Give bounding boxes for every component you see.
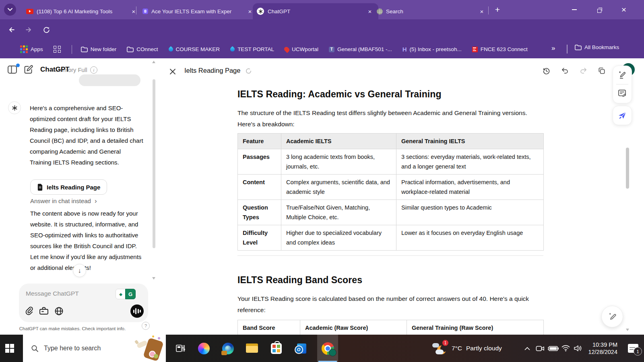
table-row: Question Types True/False/Not Given, Mat… <box>238 200 544 225</box>
restore-button[interactable] <box>590 0 609 19</box>
notification-icon: 1 <box>628 344 638 353</box>
apps-shortcut[interactable]: Apps <box>20 45 43 53</box>
grid-shortcut[interactable] <box>54 46 61 53</box>
bookmarks-divider <box>72 45 72 54</box>
scrollbar-thumb[interactable] <box>153 79 155 248</box>
tab-ielts-site[interactable]: Ace Your IELTS Exam with Exper × <box>138 3 258 19</box>
chrome-button-active[interactable] <box>317 335 338 362</box>
scrollbar-thumb[interactable] <box>626 148 629 189</box>
taskbar-clock[interactable]: 10:39 PM 12/28/2024 <box>583 335 617 362</box>
toolbox-button[interactable] <box>39 306 49 315</box>
scroll-down-arrow[interactable] <box>152 277 155 280</box>
tray-chevron-button[interactable] <box>522 335 533 362</box>
windows-logo-icon <box>5 344 14 353</box>
answer-in-chat-link[interactable]: Answer in chat instead › <box>30 197 97 205</box>
tab-search-button[interactable] <box>4 4 16 16</box>
tab-strip: (1108) Top 6 AI Marketing Tools × Ace Yo… <box>0 0 644 19</box>
copy-button[interactable] <box>597 66 607 76</box>
table-header-row: Feature Academic IELTS General Training … <box>238 134 544 149</box>
table-header: General Training (Raw Score) <box>407 320 544 336</box>
tab-youtube[interactable]: (1108) Top 6 AI Marketing Tools × <box>22 3 142 19</box>
help-button[interactable]: ? <box>142 322 150 330</box>
canvas-title[interactable]: Ielts Reading Page <box>184 67 240 74</box>
tab-chatgpt-active[interactable]: ChatGPT × <box>253 3 378 19</box>
microsoft-store-button[interactable] <box>265 335 287 362</box>
minimize-button[interactable] <box>565 0 584 19</box>
reload-button[interactable] <box>41 25 52 35</box>
weather-condition: Partly cloudy <box>466 345 502 352</box>
meet-now-button[interactable] <box>534 335 546 362</box>
bookmark-fnce-connect[interactable]: FNCE 623 Connect <box>472 46 528 52</box>
composer-input[interactable]: Message ChatGPT <box>26 290 79 297</box>
taskbar: Type here to search <box>0 335 644 362</box>
tab-search-page[interactable]: Search × <box>373 3 490 19</box>
bookmark-teams-general[interactable]: T General (MBAF501 -... <box>329 46 392 52</box>
bookmark-ucwportal[interactable]: UCWportal <box>285 46 318 52</box>
redo-button[interactable] <box>578 66 588 76</box>
edge-button[interactable] <box>217 335 239 362</box>
tab-title: (1108) Top 6 AI Marketing Tools <box>37 8 129 14</box>
chatgpt-icon <box>257 8 264 15</box>
web-search-button[interactable] <box>54 306 64 316</box>
undo-button[interactable] <box>559 66 570 76</box>
notification-center-button[interactable]: 1 <box>622 335 644 362</box>
sidebar-toggle-button[interactable] <box>7 65 19 75</box>
taskbar-weather[interactable]: 1 7°C Partly cloudy <box>432 335 502 362</box>
minimize-icon <box>572 9 577 10</box>
file-explorer-button[interactable] <box>241 335 263 362</box>
back-button[interactable] <box>6 25 17 35</box>
section-divider <box>237 255 543 256</box>
screen: (1108) Top 6 AI Marketing Tools × Ace Yo… <box>0 0 644 362</box>
bookmark-course-maker[interactable]: COURSE MAKER <box>169 46 220 52</box>
scroll-to-bottom-button[interactable]: ↓ <box>73 264 86 277</box>
scroll-down-arrow[interactable] <box>626 329 629 331</box>
notification-dot <box>16 64 20 67</box>
close-window-button[interactable]: × <box>613 0 634 19</box>
weather-icon: 1 <box>432 341 448 355</box>
chevron-right-icon: › <box>95 197 97 205</box>
copilot-button[interactable] <box>192 335 215 362</box>
scroll-up-arrow[interactable] <box>152 61 155 63</box>
tab-close-button[interactable]: × <box>477 7 486 16</box>
task-view-icon <box>175 343 185 353</box>
file-explorer-icon <box>246 343 258 353</box>
version-history-button[interactable] <box>541 66 551 76</box>
bookmark-new-folder[interactable]: New folder <box>81 46 117 52</box>
tab-close-button[interactable]: × <box>129 7 138 16</box>
battery-indicator[interactable] <box>546 335 560 362</box>
bookmark-inbox[interactable]: H (5) Inbox - preetsoh... <box>402 46 462 53</box>
forward-button[interactable] <box>23 25 34 35</box>
search-placeholder[interactable]: Type here to search <box>44 345 134 352</box>
canvas-document-chip[interactable]: Ielts Reading Page <box>30 179 107 195</box>
tab-title: Ace Your IELTS Exam with Exper <box>151 8 246 14</box>
attach-file-button[interactable] <box>25 306 33 316</box>
table-cell: Lower as it focuses on everyday English … <box>396 225 544 251</box>
weather-alert-badge: 1 <box>442 340 448 346</box>
doc-heading-2: IELTS Reading Band Scores <box>237 275 543 286</box>
close-icon <box>169 68 176 75</box>
all-bookmarks-button[interactable]: All Bookmarks <box>575 44 619 50</box>
sidebar-scrollbar[interactable] <box>152 60 156 285</box>
close-canvas-button[interactable] <box>167 66 178 77</box>
taskbar-search-box[interactable]: Type here to search <box>23 335 166 362</box>
new-tab-button[interactable]: + <box>492 4 503 15</box>
task-view-button[interactable] <box>169 335 192 362</box>
table-header: Band Score <box>238 320 300 336</box>
bookmark-test-portal[interactable]: TEST PORTAL <box>230 46 274 52</box>
start-button[interactable] <box>0 335 19 362</box>
wifi-indicator[interactable] <box>559 335 572 362</box>
grammarly-suggestion-icon[interactable]: ◆ <box>116 289 126 299</box>
table-cell: 3 sections: everyday materials, work-rel… <box>396 149 544 175</box>
new-chat-button[interactable] <box>23 65 33 74</box>
bookmarks-overflow-button[interactable]: » <box>551 44 555 52</box>
canvas-scrollbar[interactable] <box>625 58 630 335</box>
table-header: Academic IELTS <box>281 134 396 149</box>
bookmark-connect[interactable]: COnnect <box>127 46 158 52</box>
message-composer[interactable]: Message ChatGPT ◆ G <box>19 284 148 322</box>
grammarly-icon[interactable]: G <box>125 289 136 299</box>
tab-divider <box>136 6 136 14</box>
quick-edit-fab[interactable] <box>601 306 623 327</box>
voice-mode-button[interactable] <box>130 304 144 318</box>
table-cell: Complex arguments, scientific data, and … <box>281 175 396 200</box>
outlook-button[interactable]: O <box>289 335 312 362</box>
